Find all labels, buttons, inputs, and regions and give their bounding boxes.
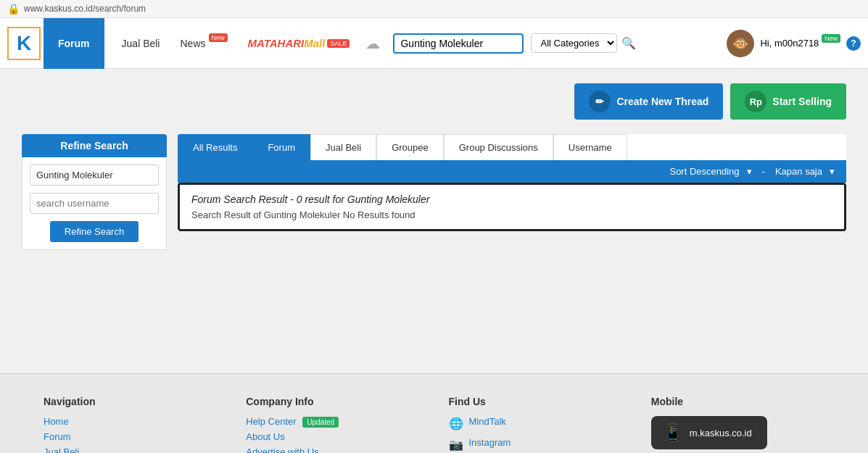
instagram-icon: 📷 xyxy=(449,438,463,452)
refine-search-button[interactable]: Refine Search xyxy=(50,221,139,242)
refine-keyword-input[interactable] xyxy=(30,165,159,186)
search-submit-button[interactable]: 🔍 xyxy=(621,36,636,50)
pencil-icon: ✏ xyxy=(589,91,611,112)
separator-icon: ☁ xyxy=(365,35,380,52)
address-bar: 🔒 www.kaskus.co.id/search/forum xyxy=(0,0,868,18)
refine-username-input[interactable] xyxy=(30,193,159,214)
rp-icon: Rp xyxy=(745,91,766,112)
mall-icon: MATAHARI xyxy=(248,37,305,49)
mobile-app-label: m.kaskus.co.id xyxy=(690,428,752,439)
tab-group-discussions[interactable]: Group Discussions xyxy=(444,134,553,160)
logo-k: K xyxy=(17,32,31,55)
footer-link-advertise[interactable]: Advertise with Us xyxy=(246,446,419,453)
instagram-link[interactable]: Instagram xyxy=(469,437,511,448)
action-buttons: ✏ Create New Thread Rp Start Selling xyxy=(22,83,846,120)
footer-link-jual-beli[interactable]: Jual Beli xyxy=(44,446,217,453)
news-label: News xyxy=(180,38,205,49)
mindtalk-link[interactable]: MindTalk xyxy=(469,416,506,427)
sort-separator: - xyxy=(762,166,765,177)
category-select[interactable]: All Categories xyxy=(531,33,617,53)
refine-header: Refine Search xyxy=(22,134,167,157)
mobile-phone-icon: 📱 xyxy=(663,423,682,442)
logo-box[interactable]: K xyxy=(7,27,41,60)
avatar[interactable]: 🐵 xyxy=(727,30,754,57)
browser-icon: 🔒 xyxy=(7,3,20,14)
help-button[interactable]: ? xyxy=(846,36,861,51)
time-label: Kapan saja xyxy=(775,166,822,177)
mall-sub-icon: Mall xyxy=(304,37,325,49)
tab-username[interactable]: Username xyxy=(553,134,627,160)
footer-navigation: Navigation Home Forum Jual Beli xyxy=(44,396,217,453)
search-box[interactable] xyxy=(393,33,524,54)
search-input[interactable] xyxy=(400,38,516,49)
footer-nav-title: Navigation xyxy=(44,396,217,407)
footer-findus: Find Us 🌐 MindTalk 📷 Instagram 🐦 Forum 🐦… xyxy=(449,396,622,453)
tab-all-results[interactable]: All Results xyxy=(178,134,252,160)
footer-company: Company Info Help Center Updated About U… xyxy=(246,396,419,453)
tabs-bar: All Results Forum Jual Beli Groupee Grou… xyxy=(178,134,846,160)
footer-link-about[interactable]: About Us xyxy=(246,431,419,442)
mobile-app-badge[interactable]: 📱 m.kaskus.co.id xyxy=(651,416,767,449)
mall-nav-link[interactable]: MATAHARI Mall SALE xyxy=(238,37,360,49)
footer-company-title: Company Info xyxy=(246,396,419,407)
results-box: Forum Search Result - 0 result for Gunti… xyxy=(178,183,846,231)
new-user-badge: New xyxy=(822,34,840,43)
sort-label: Sort Descending xyxy=(669,166,739,177)
sort-arrow: ▾ xyxy=(747,166,752,177)
user-area: 🐵 Hi, m00n2718 New ? xyxy=(727,30,861,57)
refine-body: Refine Search xyxy=(22,157,167,250)
tab-groupee[interactable]: Groupee xyxy=(376,134,444,160)
time-arrow: ▾ xyxy=(830,166,835,177)
sort-controls: Sort Descending ▾ - Kapan saja ▾ xyxy=(669,166,835,177)
footer-findus-title: Find Us xyxy=(449,396,622,407)
results-panel: All Results Forum Jual Beli Groupee Grou… xyxy=(178,134,846,250)
social-mindtalk: 🌐 MindTalk xyxy=(449,416,622,431)
footer-mobile: Mobile 📱 m.kaskus.co.id xyxy=(651,396,824,453)
updated-badge: Updated xyxy=(302,417,339,428)
footer: Navigation Home Forum Jual Beli Company … xyxy=(0,373,868,453)
forum-nav-button[interactable]: Forum xyxy=(44,18,104,69)
footer-mobile-title: Mobile xyxy=(651,396,824,407)
footer-link-forum[interactable]: Forum xyxy=(44,431,217,442)
news-nav-link[interactable]: News New xyxy=(170,38,237,49)
footer-link-home[interactable]: Home xyxy=(44,416,217,427)
tab-forum[interactable]: Forum xyxy=(252,134,310,160)
footer-link-help[interactable]: Help Center Updated xyxy=(246,416,419,427)
search-layout: Refine Search Refine Search All Results … xyxy=(22,134,846,250)
tab-jual-beli[interactable]: Jual Beli xyxy=(310,134,376,160)
url-text: www.kaskus.co.id/search/forum xyxy=(24,4,146,14)
create-thread-button[interactable]: ✏ Create New Thread xyxy=(574,83,723,120)
results-header: Sort Descending ▾ - Kapan saja ▾ xyxy=(178,160,846,183)
results-no-results: Search Result of Gunting Molekuler No Re… xyxy=(191,209,832,220)
mindtalk-icon: 🌐 xyxy=(449,417,463,431)
user-greeting: Hi, m00n2718 New xyxy=(760,38,840,49)
jual-beli-nav-link[interactable]: Jual Beli xyxy=(112,38,170,49)
results-title: Forum Search Result - 0 result for Gunti… xyxy=(191,194,832,205)
start-selling-button[interactable]: Rp Start Selling xyxy=(730,83,846,120)
content-area: ✏ Create New Thread Rp Start Selling Ref… xyxy=(0,69,868,373)
sale-badge: SALE xyxy=(327,39,350,48)
top-nav: K Forum Jual Beli News New MATAHARI Mall… xyxy=(0,18,868,69)
new-badge: New xyxy=(209,33,228,42)
social-instagram: 📷 Instagram xyxy=(449,437,622,452)
refine-panel: Refine Search Refine Search xyxy=(22,134,167,250)
